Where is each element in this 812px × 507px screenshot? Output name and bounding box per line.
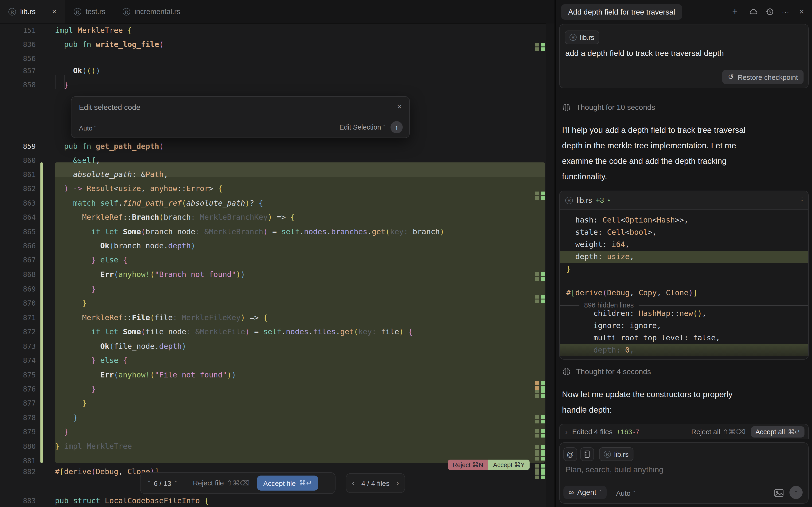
token: key: — [358, 327, 381, 336]
accept-file-button[interactable]: Accept file⌘↵ — [257, 475, 318, 491]
line-number: 874 — [0, 353, 36, 368]
agent-mode-selector[interactable]: ∞ Agent ˆ — [563, 486, 607, 499]
line-number: 151 — [0, 23, 36, 38]
message-composer[interactable]: @ R lib.rs Plan, search, build anything … — [559, 442, 809, 504]
line-text: match self.find_path_ref(absolute_path)?… — [55, 196, 263, 210]
token: multi_root_top_level: false, — [566, 333, 720, 342]
token: ) — [182, 342, 186, 351]
hunk-stepper: ˆ 6 / 13 ˇ — [148, 479, 177, 487]
thread-title[interactable]: Add depth field for tree traversal — [561, 4, 682, 20]
token: } — [91, 256, 96, 264]
line-text: } — [55, 411, 78, 425]
model-selector[interactable]: Auto ˇ — [79, 124, 96, 132]
prev-file-icon[interactable]: ‹ — [352, 479, 355, 487]
scrollbar-track[interactable] — [546, 23, 555, 507]
token: : &MerkleFile — [186, 327, 245, 336]
line-text: } else { — [55, 353, 128, 368]
code-line: 866 Ok(branch_node.depth) — [0, 239, 556, 253]
token: self — [263, 327, 281, 336]
close-tab-icon[interactable]: × — [52, 7, 56, 16]
token: get — [372, 227, 386, 236]
token — [55, 227, 91, 236]
mention-button[interactable]: @ — [563, 447, 577, 461]
context-file-chip[interactable]: R lib.rs — [599, 447, 633, 461]
token: , — [625, 240, 629, 249]
code-line: 872 if let Some(file_node: &MerkleFile) … — [0, 325, 556, 339]
token: . — [308, 327, 313, 336]
tab-test.rs[interactable]: Rtest.rs — [65, 0, 114, 23]
reject-file-button[interactable]: Reject file⇧⌘⌫ — [193, 479, 250, 487]
diff-mark — [535, 445, 539, 449]
token: # — [55, 467, 59, 476]
edit-selection-dropdown[interactable]: Edit Selection ˇ — [340, 123, 385, 131]
submit-edit-button[interactable]: ↑ — [391, 121, 403, 133]
token — [123, 26, 128, 35]
diff-preview-card[interactable]: R lib.rs +3 • ˆˇ hash: Cell<Option<Hash>… — [559, 190, 809, 359]
composer-input[interactable]: Plan, search, build anything — [565, 465, 663, 474]
more-options-icon[interactable]: ··· — [780, 6, 791, 17]
token: branch — [413, 227, 440, 236]
reject-button[interactable]: Reject ⌘N — [448, 460, 488, 470]
code-line: 859 pub fn get_path_depth( — [0, 139, 556, 154]
line-text: MerkleRef::Branch(branch: MerkleBranchKe… — [55, 210, 295, 224]
close-icon[interactable]: × — [397, 102, 402, 112]
user-message-card[interactable]: R lib.rs add a depth field to track tree… — [559, 24, 809, 88]
line-text: impl MerkleTree { — [55, 23, 132, 38]
tab-incremental.rs[interactable]: Rincremental.rs — [114, 0, 189, 23]
accept-all-button[interactable]: Accept all⌘↵ — [751, 426, 805, 437]
assistant-message: Now let me update the constructors to pr… — [562, 387, 806, 418]
token: branch_node — [145, 227, 195, 236]
diff-mark — [541, 191, 545, 195]
token: } — [566, 264, 571, 273]
ruler-icon[interactable] — [580, 447, 594, 461]
thought-row[interactable]: Thought for 10 seconds — [562, 103, 655, 112]
code-line: 869 } — [0, 282, 556, 296]
new-thread-button[interactable]: + — [729, 6, 741, 17]
token: ) — [245, 199, 250, 208]
history-icon[interactable] — [764, 6, 775, 17]
token: { — [218, 184, 222, 193]
edited-files-label: Edited 4 files — [572, 428, 613, 436]
line-number: 836 — [0, 38, 36, 52]
expand-summary-icon[interactable]: › — [565, 428, 567, 435]
line-number: 865 — [0, 225, 36, 239]
token — [96, 356, 100, 365]
line-text: pub fn get_path_depth( — [55, 139, 163, 154]
app-window: Rlib.rs×Rtest.rsRincremental.rs 151impl … — [0, 0, 812, 507]
token: write_log_file — [96, 40, 159, 49]
cloud-icon[interactable] — [748, 6, 759, 17]
token: Debug — [96, 467, 118, 476]
attach-image-icon[interactable] — [774, 489, 784, 497]
tab-lib.rs[interactable]: Rlib.rs× — [0, 0, 65, 23]
hidden-lines-divider[interactable]: 896 hidden lines — [560, 299, 809, 311]
token: } — [55, 442, 59, 451]
thought-row[interactable]: Thought for 4 seconds — [562, 367, 651, 376]
reject-all-button[interactable]: Reject all — [691, 428, 720, 436]
added-lines-count: +3 — [596, 196, 604, 205]
next-file-icon[interactable]: › — [396, 479, 399, 487]
token: Hash — [657, 216, 675, 224]
expand-collapse-icon[interactable]: ˆˇ — [801, 196, 803, 204]
diff-card-header[interactable]: R lib.rs +3 • ˆˇ — [560, 191, 808, 210]
diff-mark — [535, 452, 539, 456]
hunk-up-icon[interactable]: ˆ — [148, 479, 150, 487]
send-button[interactable]: ↑ — [790, 486, 803, 499]
token: "File not found" — [155, 371, 227, 379]
token: branches — [331, 227, 367, 236]
token — [96, 199, 100, 208]
edit-selected-code-popup: Edit selected code × Auto ˇ Edit Selecti… — [71, 96, 410, 138]
token: if — [91, 227, 100, 236]
token: &self — [73, 156, 96, 165]
restore-checkpoint-button[interactable]: ↺ Restore checkpoint — [722, 70, 804, 84]
close-panel-icon[interactable]: × — [796, 6, 807, 17]
code-editor[interactable]: Rlib.rs×Rtest.rsRincremental.rs 151impl … — [0, 0, 556, 507]
diff-mark — [535, 47, 539, 51]
code-region[interactable]: 151impl MerkleTree {836 pub fn write_log… — [0, 23, 556, 507]
line-text: Err(anyhow!("File not found")) — [55, 368, 236, 382]
context-file-chip[interactable]: R lib.rs — [565, 31, 599, 44]
token: Copy — [639, 288, 657, 297]
model-selector[interactable]: Autoˆ — [616, 489, 635, 497]
hunk-down-icon[interactable]: ˇ — [174, 479, 177, 487]
accept-button[interactable]: Accept ⌘Y — [489, 460, 529, 470]
reject-all-shortcut: ⇧⌘⌫ — [722, 428, 746, 436]
